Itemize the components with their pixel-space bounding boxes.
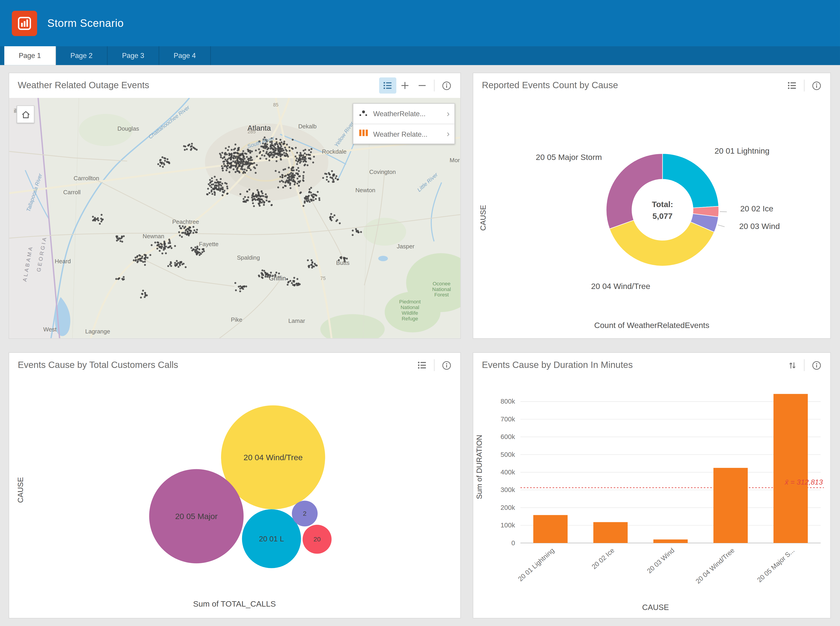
tab-page-3[interactable]: Page 3 [108, 46, 159, 65]
info-icon [811, 360, 821, 370]
map-legend-item[interactable]: Weather Relate...› [353, 124, 454, 144]
svg-text:Jasper: Jasper [397, 243, 415, 250]
chevron-right-icon[interactable]: › [447, 109, 449, 119]
svg-text:OconeeNationalForest: OconeeNationalForest [432, 281, 451, 298]
tab-page-1[interactable]: Page 1 [4, 46, 56, 65]
bubble-chart-canvas[interactable]: CAUSE 20 04 Wind/Tree20 05 Major20 01 L2… [9, 378, 460, 618]
donut-slices[interactable] [606, 153, 719, 266]
svg-text:300k: 300k [501, 486, 515, 493]
panel-map: Weather Related Outage Events [9, 73, 461, 339]
zoom-in-button[interactable] [396, 77, 413, 94]
minus-icon [417, 81, 427, 91]
donut-total-label: Total: [652, 200, 673, 209]
svg-text:20 04 Wind/Tree: 20 04 Wind/Tree [694, 546, 735, 585]
info-button[interactable] [808, 77, 825, 94]
bar-chart-canvas[interactable]: Sum of DURATION 0100k200k300k400k500k600… [473, 378, 830, 618]
svg-text:700k: 700k [501, 415, 515, 423]
svg-text:20 03 Wind: 20 03 Wind [646, 546, 676, 575]
info-icon [811, 80, 821, 91]
svg-text:20 01 L: 20 01 L [259, 535, 284, 543]
svg-text:20 05 Major S...: 20 05 Major S... [756, 546, 796, 584]
sort-arrows-icon [787, 360, 797, 370]
donut-slice-20-04-wind-tree[interactable] [610, 220, 714, 266]
svg-text:Lamar: Lamar [288, 318, 305, 324]
svg-text:285: 285 [248, 129, 256, 135]
panel-title: Reported Events Count by Cause [482, 80, 784, 91]
map-legend-label: Weather Relate... [373, 130, 443, 138]
tab-page-2[interactable]: Page 2 [56, 46, 108, 65]
svg-text:20 04 Wind/Tree: 20 04 Wind/Tree [244, 453, 303, 462]
bar-20-03-wind[interactable] [654, 539, 688, 543]
svg-text:85: 85 [273, 102, 278, 108]
bar-20-01-lightning[interactable] [533, 515, 568, 543]
legend-list-icon [417, 360, 427, 370]
donut-caption: Count of WeatherRelatedEvents [594, 321, 709, 330]
svg-text:Carrollton: Carrollton [74, 175, 99, 182]
map-panel-header: Weather Related Outage Events [9, 73, 460, 98]
svg-text:Pike: Pike [231, 316, 242, 323]
home-icon [20, 109, 31, 120]
bar-y-tick-labels: 0100k200k300k400k500k600k700k800k [501, 398, 515, 546]
svg-text:20: 20 [314, 535, 321, 543]
legend-toggle-button[interactable] [379, 77, 396, 94]
svg-text:Fayette: Fayette [199, 241, 219, 247]
point-cluster-icon [358, 108, 369, 120]
bars[interactable] [533, 394, 808, 543]
toolbar-divider [434, 359, 435, 371]
svg-text:Rockdale: Rockdale [322, 148, 346, 155]
svg-text:Dekalb: Dekalb [298, 123, 316, 130]
svg-text:20 05 Major Storm: 20 05 Major Storm [536, 153, 602, 162]
panel-bar: Events Cause by Duration In Minutes [473, 352, 831, 618]
legend-list-icon [383, 81, 393, 91]
legend-toggle-button[interactable] [784, 77, 801, 94]
legend-toggle-button[interactable] [413, 357, 430, 373]
bar-20-04-wind-tree[interactable] [713, 468, 748, 543]
svg-text:Carroll: Carroll [63, 189, 81, 196]
panel-title: Events Cause by Total Customers Calls [18, 360, 414, 371]
panel-title: Events Cause by Duration In Minutes [482, 360, 784, 371]
svg-text:20 04 Wind/Tree: 20 04 Wind/Tree [591, 282, 650, 291]
app: Storm Scenario Page 1Page 2Page 3Page 4 … [0, 0, 840, 626]
bar-20-02-ice[interactable] [593, 522, 627, 543]
bar-y-axis-label: Sum of DURATION [475, 435, 483, 499]
bubble-body: CAUSE 20 04 Wind/Tree20 05 Major20 01 L2… [9, 378, 460, 618]
app-title: Storm Scenario [47, 17, 124, 29]
donut-body: CAUSE 20 05 Major Storm20 01 Lightning20… [473, 98, 830, 338]
svg-text:20 02 Ice: 20 02 Ice [590, 546, 616, 571]
panel-title: Weather Related Outage Events [18, 80, 379, 91]
dashboard-logo-glyph [17, 16, 31, 30]
map-body: ilsonDouglasAtlantaDekalbRockdaleCovingt… [9, 98, 460, 338]
donut-chart-canvas[interactable]: CAUSE 20 05 Major Storm20 01 Lightning20… [473, 98, 830, 338]
panel-donut: Reported Events Count by Cause [473, 73, 831, 339]
info-button[interactable] [438, 357, 455, 373]
donut-total-value: 5,077 [652, 211, 673, 221]
zoom-out-button[interactable] [413, 77, 430, 94]
svg-text:2: 2 [303, 510, 307, 517]
app-logo-icon[interactable] [12, 10, 37, 36]
chevron-right-icon[interactable]: › [447, 129, 449, 139]
svg-text:Butts: Butts [336, 260, 350, 266]
mean-annotation: x̄ = 312,813 [784, 478, 823, 486]
map-legend-label: WeatherRelate... [373, 110, 443, 118]
donut-panel-header: Reported Events Count by Cause [473, 73, 830, 98]
app-header: Storm Scenario [0, 0, 840, 46]
info-button[interactable] [808, 357, 825, 373]
sort-button[interactable] [784, 357, 801, 373]
bar-20-05-major-s[interactable] [773, 394, 808, 543]
bubble-axis-label: CAUSE [16, 477, 25, 503]
svg-text:100k: 100k [501, 521, 515, 529]
map-legend-item[interactable]: WeatherRelate...› [353, 104, 454, 124]
info-icon [441, 80, 451, 91]
info-button[interactable] [438, 77, 455, 94]
map-home-button[interactable] [17, 105, 34, 123]
tab-page-4[interactable]: Page 4 [159, 46, 211, 65]
svg-text:West: West [43, 326, 57, 333]
bubble-panel-header: Events Cause by Total Customers Calls [9, 353, 460, 378]
dashboard-grid: Weather Related Outage Events [0, 65, 840, 626]
svg-text:Covington: Covington [369, 169, 396, 175]
donut-leader-lines [718, 211, 727, 227]
bubble-caption: Sum of TOTAL_CALLS [193, 599, 276, 609]
bubbles[interactable]: 20 04 Wind/Tree20 05 Major20 01 L220 [149, 405, 332, 568]
svg-text:Spalding: Spalding [237, 254, 260, 261]
svg-text:Lagrange: Lagrange [85, 328, 110, 335]
